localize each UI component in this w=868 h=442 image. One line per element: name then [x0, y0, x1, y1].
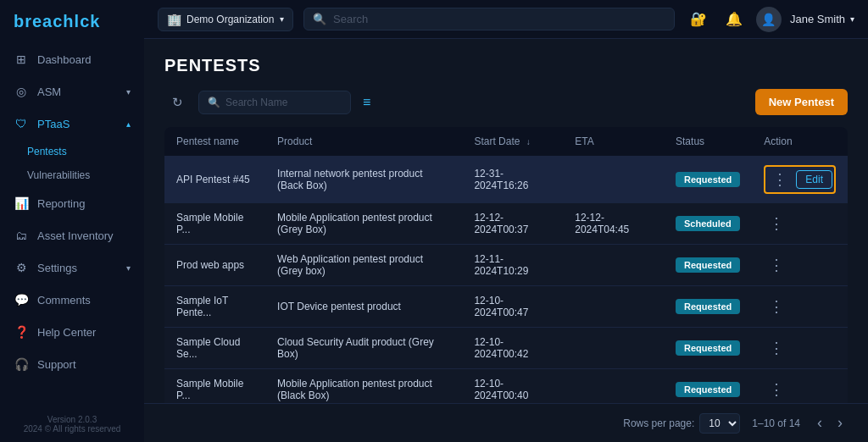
pentest-start-date: 12-10-2024T00:40 [462, 369, 563, 404]
sidebar-item-support[interactable]: 🎧 Support [0, 348, 144, 380]
support-icon: 🎧 [14, 356, 29, 372]
sidebar-item-label: Asset Inventory [37, 229, 114, 242]
table-body: API Pentest #45 Internal network pentest… [164, 157, 848, 404]
status-badge: Requested [676, 340, 740, 356]
sidebar: breachlck ⊞ Dashboard ◎ ASM ▾ 🛡 PTaaS ▴ … [0, 0, 144, 442]
edit-button[interactable]: Edit [796, 170, 832, 189]
sidebar-item-pentests[interactable]: Pentests [27, 140, 144, 163]
pentest-status: Requested [664, 157, 752, 203]
status-badge: Requested [676, 382, 740, 397]
global-search-bar[interactable]: 🔍 [303, 8, 675, 30]
pentest-name: API Pentest #45 [164, 157, 265, 203]
more-actions-button[interactable]: ⋮ [767, 169, 793, 191]
pentest-status: Requested [664, 245, 752, 286]
pentest-start-date: 12-10-2024T00:47 [462, 286, 563, 328]
page-navigation: ‹ › [812, 412, 848, 434]
pentest-start-date: 12-12-2024T00:37 [462, 203, 563, 245]
sidebar-item-reporting[interactable]: 📊 Reporting [0, 187, 144, 219]
sidebar-item-asset-inventory[interactable]: 🗂 Asset Inventory [0, 219, 144, 251]
app-logo: breachlck [0, 0, 144, 43]
sidebar-item-label: Comments [37, 294, 91, 307]
new-pentest-button[interactable]: New Pentest [755, 89, 848, 115]
pentest-product: Cloud Security Audit product (Grey Box) [265, 328, 462, 369]
prev-page-button[interactable]: ‹ [812, 412, 827, 434]
sidebar-item-label: Settings [37, 262, 77, 274]
sidebar-item-dashboard[interactable]: ⊞ Dashboard [0, 43, 144, 75]
table-row: API Pentest #45 Internal network pentest… [164, 157, 848, 203]
action-cell: ⋮ [752, 369, 848, 404]
search-name-field[interactable]: 🔍 [198, 91, 351, 114]
action-cell: ⋮ [752, 203, 848, 245]
pentest-status: Requested [664, 328, 752, 369]
pentest-status: Scheduled [664, 203, 752, 245]
logo-text: breachlck [14, 12, 100, 30]
org-name: Demo Organization [186, 14, 274, 25]
pentest-eta [563, 328, 664, 369]
rows-per-page-select[interactable]: 10 25 50 [699, 413, 740, 434]
pentest-name: Sample Mobile P... [164, 369, 265, 404]
col-eta: ETA [563, 127, 664, 157]
page-content: PENTESTS ↻ 🔍 ≡ New Pentest Pentest name … [144, 39, 868, 403]
main-content: 🏢 Demo Organization ▾ 🔍 🔐 🔔 👤 Jane Smith… [144, 0, 868, 442]
ptaas-icon: 🛡 [14, 116, 29, 131]
sidebar-version: Version 2.0.3 2024 © All rights reserved [0, 406, 144, 442]
sidebar-item-vulnerabilities[interactable]: Vulnerabilities [27, 163, 144, 187]
action-highlight: ⋮ Edit [764, 165, 836, 194]
status-badge: Scheduled [676, 216, 740, 231]
pentests-table: Pentest name Product Start Date ↓ ETA St… [164, 127, 848, 403]
sidebar-item-comments[interactable]: 💬 Comments [0, 284, 144, 316]
pentest-status: Requested [664, 369, 752, 404]
pentest-name: Sample Cloud Se... [164, 328, 265, 369]
pentest-name: Sample IoT Pente... [164, 286, 265, 328]
chevron-down-icon: ▾ [126, 87, 131, 97]
user-menu[interactable]: Jane Smith ▾ [790, 13, 854, 25]
bell-icon[interactable]: 🔔 [721, 6, 748, 33]
ptaas-submenu: Pentests Vulnerabilities [0, 140, 144, 187]
sidebar-nav: ⊞ Dashboard ◎ ASM ▾ 🛡 PTaaS ▴ Pentests V… [0, 43, 144, 406]
more-actions-button[interactable]: ⋮ [764, 378, 789, 401]
chevron-down-icon: ▾ [126, 263, 131, 273]
notification-fingerprint-icon[interactable]: 🔐 [685, 6, 712, 33]
sidebar-item-ptaas[interactable]: 🛡 PTaaS ▴ [0, 108, 144, 140]
col-action: Action [752, 127, 848, 157]
sidebar-item-label: PTaaS [37, 118, 70, 130]
reporting-icon: 📊 [14, 196, 29, 211]
pentest-product: Mobile Application pentest product (Grey… [265, 203, 462, 245]
more-actions-button[interactable]: ⋮ [764, 254, 789, 276]
sort-icon: ↓ [526, 137, 531, 146]
status-badge: Requested [676, 257, 740, 273]
pentest-status: Requested [664, 286, 752, 328]
action-cell: ⋮ [752, 245, 848, 286]
chevron-down-icon: ▾ [280, 14, 284, 24]
search-name-input[interactable] [225, 97, 342, 108]
sidebar-item-asm[interactable]: ◎ ASM ▾ [0, 75, 144, 108]
org-selector[interactable]: 🏢 Demo Organization ▾ [158, 8, 293, 31]
pentest-product: Internal network pentest product (Back B… [265, 157, 462, 203]
sidebar-item-settings[interactable]: ⚙ Settings ▾ [0, 251, 144, 284]
pentest-start-date: 12-10-2024T00:42 [462, 328, 563, 369]
col-start-date[interactable]: Start Date ↓ [462, 127, 563, 157]
pentest-start-date: 12-31-2024T16:26 [462, 157, 563, 203]
sidebar-item-label: Reporting [37, 197, 85, 210]
sidebar-item-label: Dashboard [37, 53, 92, 66]
more-actions-button[interactable]: ⋮ [764, 213, 789, 235]
avatar: 👤 [756, 7, 782, 32]
global-search-input[interactable] [333, 13, 665, 25]
pentest-eta [563, 245, 664, 286]
dashboard-icon: ⊞ [14, 52, 29, 67]
comments-icon: 💬 [14, 292, 29, 307]
refresh-button[interactable]: ↻ [164, 90, 190, 115]
more-actions-button[interactable]: ⋮ [764, 296, 789, 318]
topbar: 🏢 Demo Organization ▾ 🔍 🔐 🔔 👤 Jane Smith… [144, 0, 868, 39]
next-page-button[interactable]: › [832, 412, 848, 434]
org-icon: 🏢 [167, 13, 181, 26]
sidebar-item-help-center[interactable]: ❓ Help Center [0, 316, 144, 348]
action-cell: ⋮ Edit [752, 157, 848, 203]
filter-icon[interactable]: ≡ [363, 95, 370, 110]
table-row: Sample Cloud Se... Cloud Security Audit … [164, 328, 848, 369]
pentest-eta [563, 286, 664, 328]
sidebar-item-label: Support [37, 358, 76, 371]
pentest-eta [563, 157, 664, 203]
chevron-down-icon: ▾ [850, 14, 854, 24]
more-actions-button[interactable]: ⋮ [764, 337, 789, 359]
